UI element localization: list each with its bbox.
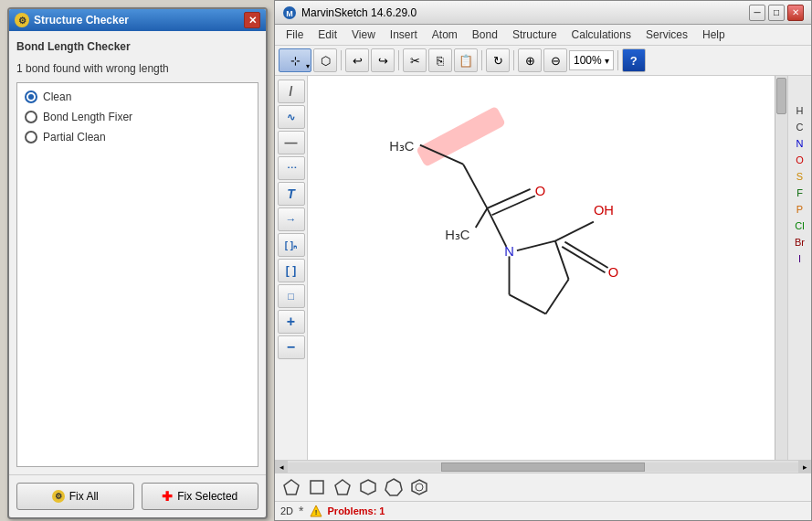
checker-options-box: Clean Bond Length Fixer Partial Clean	[16, 82, 258, 467]
cyclopentane-button[interactable]	[280, 476, 302, 498]
fix-selected-button[interactable]: ✚ Fix Selected	[142, 483, 259, 510]
cycloheptane-icon	[385, 478, 403, 496]
element-s[interactable]: S	[788, 169, 811, 184]
radio-option-clean[interactable]: Clean	[25, 90, 250, 103]
scroll-track-h	[288, 463, 798, 472]
svg-rect-3	[311, 481, 323, 494]
menu-atom[interactable]: Atom	[425, 27, 465, 43]
bond-wavy-button[interactable]: ∿	[278, 105, 305, 129]
zoom-value: 100%	[574, 54, 602, 67]
bond-line-button[interactable]: —	[278, 131, 305, 154]
zoom-level-dropdown[interactable]: 100% ▾	[569, 50, 614, 70]
menu-calculations[interactable]: Calculations	[564, 27, 638, 43]
scroll-thumb-h[interactable]	[441, 463, 646, 472]
element-n[interactable]: N	[788, 136, 811, 151]
maximize-button[interactable]: □	[768, 5, 785, 21]
select-dropdown-arrow: ▾	[306, 62, 310, 70]
cut-button[interactable]: ✂	[403, 48, 427, 72]
bond-co-1	[487, 189, 530, 208]
marvin-close-button[interactable]: ✕	[787, 5, 804, 21]
benzene-button[interactable]	[408, 476, 430, 498]
arrow-tool-button[interactable]: →	[278, 207, 305, 231]
radio-label-partial-clean: Partial Clean	[43, 131, 106, 144]
radio-circle-clean	[25, 90, 37, 103]
bond-dashed-button[interactable]: ⋯	[278, 156, 305, 180]
bond-ch3	[476, 208, 488, 228]
ring-bond-3	[545, 280, 568, 314]
element-c[interactable]: C	[788, 120, 811, 134]
rotate-button[interactable]: ↻	[486, 48, 510, 72]
element-br[interactable]: Br	[788, 235, 811, 250]
checker-footer: ⚙ Fix All ✚ Fix Selected	[9, 474, 266, 517]
minimize-button[interactable]: ─	[749, 5, 765, 21]
select-icon: ⊹	[290, 54, 301, 68]
zoom-in-button[interactable]: ⊕	[518, 48, 542, 72]
text-tool-button[interactable]: T	[278, 182, 305, 206]
checker-window: ⚙ Structure Checker ✕ Bond Length Checke…	[7, 7, 268, 519]
status-2d: 2D	[280, 505, 293, 516]
benzene-icon	[410, 478, 428, 496]
undo-button[interactable]: ↩	[345, 48, 369, 72]
minus-button[interactable]: −	[278, 335, 305, 359]
plus-button[interactable]: +	[278, 310, 305, 334]
menu-view[interactable]: View	[344, 27, 383, 43]
zoom-out-button[interactable]: ⊖	[543, 48, 567, 72]
atom-h3c-mid: H₃C	[445, 228, 470, 242]
element-i[interactable]: I	[788, 251, 811, 266]
menu-bond[interactable]: Bond	[465, 27, 505, 43]
menu-services[interactable]: Services	[638, 27, 695, 43]
help-button[interactable]: ?	[622, 48, 646, 72]
bond-highlight-overlay	[416, 106, 506, 167]
cyclopentane-icon	[282, 478, 301, 496]
scroll-right-button[interactable]: ▸	[798, 461, 811, 473]
select-tool-button[interactable]: ⊹ ▾	[279, 48, 311, 72]
marvin-app-icon: M	[282, 5, 297, 20]
element-cl[interactable]: Cl	[788, 218, 811, 233]
canvas-scrollbar-h[interactable]: ◂ ▸	[275, 461, 811, 473]
radio-dot-clean	[28, 94, 34, 100]
cyclopentane2-button[interactable]	[332, 476, 353, 498]
left-toolbar: / ∿ — ⋯ T → [ ]ₙ [ ] □ + −	[275, 76, 308, 460]
menu-help[interactable]: Help	[695, 27, 733, 43]
menu-edit[interactable]: Edit	[311, 27, 344, 43]
rect-button[interactable]: □	[278, 284, 305, 308]
checker-close-button[interactable]: ✕	[244, 12, 260, 28]
checker-count-text: 1 bond found with wrong length	[16, 60, 258, 77]
fix-selected-label: Fix Selected	[177, 490, 237, 503]
fix-all-button[interactable]: ⚙ Fix All	[16, 483, 134, 510]
redo-button[interactable]: ↪	[371, 48, 395, 72]
scrollbar-thumb-v[interactable]	[776, 78, 786, 114]
cyclohexane-button[interactable]	[357, 476, 379, 498]
menu-insert[interactable]: Insert	[383, 27, 425, 43]
menu-structure[interactable]: Structure	[505, 27, 564, 43]
paste-button[interactable]: 📋	[454, 48, 478, 72]
cycloheptane-button[interactable]	[383, 476, 405, 498]
bracket-button[interactable]: [ ]	[278, 259, 305, 282]
svg-text:!: !	[314, 508, 317, 516]
radio-option-bond-length[interactable]: Bond Length Fixer	[25, 111, 250, 123]
ring-bond-1	[517, 241, 555, 251]
svg-marker-4	[335, 480, 350, 494]
cyclopentane2-icon	[333, 478, 352, 496]
lasso-tool-button[interactable]: ⬡	[313, 48, 337, 72]
toolbar-separator-4	[513, 50, 514, 70]
element-h[interactable]: H	[788, 103, 811, 118]
canvas-scrollbar-v[interactable]	[775, 76, 787, 460]
scroll-left-button[interactable]: ◂	[275, 461, 288, 473]
molecule-canvas[interactable]: H₃C O H₃C	[308, 76, 787, 460]
copy-button[interactable]: ⎘	[428, 48, 452, 72]
checker-title-text: Structure Checker	[34, 14, 129, 27]
bracket-n-button[interactable]: [ ]ₙ	[278, 233, 305, 257]
fix-all-label: Fix All	[69, 490, 99, 503]
menu-file[interactable]: File	[279, 27, 311, 43]
element-f[interactable]: F	[788, 186, 811, 200]
radio-option-partial-clean[interactable]: Partial Clean	[25, 131, 250, 144]
atom-oh: OH	[594, 203, 614, 218]
cyclobutane-button[interactable]	[306, 476, 328, 498]
bond-single-button[interactable]: /	[278, 80, 305, 103]
marvin-title-text: MarvinSketch 14.6.29.0	[301, 6, 417, 19]
bond-cn	[487, 208, 506, 247]
checker-title-icon: ⚙	[15, 13, 29, 27]
element-o[interactable]: O	[788, 153, 811, 167]
element-p[interactable]: P	[788, 202, 811, 217]
